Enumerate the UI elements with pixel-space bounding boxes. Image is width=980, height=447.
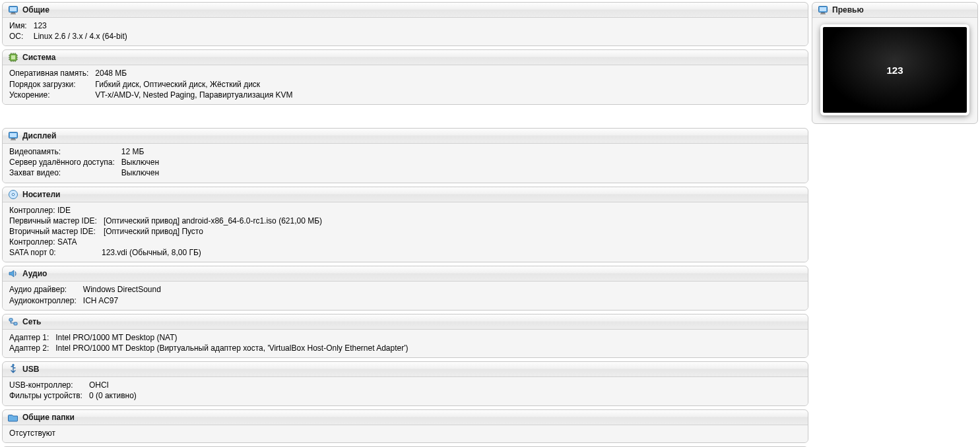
svg-rect-21: [11, 139, 16, 140]
adapter2-value: Intel PRO/1000 MT Desktop (Виртуальный а…: [55, 343, 414, 353]
system-header[interactable]: Система: [3, 50, 808, 65]
accel-value: VT-x/AMD-V, Nested Paging, Паравиртуализ…: [95, 90, 299, 100]
os-label: ОС:: [9, 31, 34, 42]
usb-panel: USB USB-контроллер:OHCI Фильтры устройст…: [2, 361, 808, 405]
usb-ctrl-label: USB-контроллер:: [9, 380, 89, 390]
ide-primary-label: Первичный мастер IDE:: [9, 216, 104, 226]
chip-icon: [8, 52, 18, 63]
ram-value: 2048 МБ: [95, 68, 299, 78]
preview-title: Превью: [832, 5, 864, 15]
preview-column: Превью 123: [812, 2, 978, 447]
sata0-label: SATA порт 0:: [9, 247, 102, 258]
svg-rect-2: [11, 13, 15, 14]
audio-header[interactable]: Аудио: [3, 266, 808, 282]
svg-point-26: [13, 365, 15, 367]
adapter1-label: Адаптер 1:: [9, 332, 55, 343]
videocap-value: Выключен: [121, 167, 166, 178]
general-panel: Общие Имя:123 ОС:Linux 2.6 / 3.x / 4.x (…: [2, 2, 808, 46]
vm-details-layout: Общие Имя:123 ОС:Linux 2.6 / 3.x / 4.x (…: [0, 0, 980, 447]
audio-title: Аудио: [22, 269, 47, 278]
network-panel: Сеть Адаптер 1:Intel PRO/1000 MT Desktop…: [2, 314, 808, 358]
sata0-value: 123.vdi (Обычный, 8,00 ГБ): [102, 247, 208, 258]
disc-icon: [8, 189, 18, 200]
network-icon: [8, 316, 18, 327]
ide-primary-value: [Оптический привод] android-x86_64-6.0-r…: [104, 216, 329, 226]
usb-header[interactable]: USB: [3, 362, 808, 377]
adapter1-value: Intel PRO/1000 MT Desktop (NAT): [55, 332, 414, 343]
usb-filters-label: Фильтры устройств:: [9, 390, 89, 401]
display-title: Дисплей: [22, 131, 56, 140]
usb-ctrl-value: OHCI: [89, 380, 143, 390]
network-title: Сеть: [22, 317, 41, 326]
display-panel: Дисплей Видеопамять:12 МБ Сервер удалённ…: [2, 128, 808, 183]
display-icon: [8, 131, 18, 141]
shared-folders-title: Общие папки: [22, 413, 75, 422]
audio-ctrl-label: Аудиоконтроллер:: [9, 295, 83, 306]
videocap-label: Захват видео:: [9, 167, 121, 178]
monitor-icon: [8, 5, 18, 15]
shared-folders-panel: Общие папки Отсутствуют: [2, 409, 808, 443]
ide-secondary-label: Вторичный мастер IDE:: [9, 226, 104, 237]
vram-label: Видеопамять:: [9, 146, 121, 157]
svg-rect-19: [10, 133, 16, 137]
preview-vm-name: 123: [886, 65, 903, 76]
preview-header[interactable]: Превью: [812, 3, 977, 18]
usb-title: USB: [22, 365, 39, 374]
speaker-icon: [8, 268, 18, 279]
system-title: Система: [22, 53, 56, 62]
shared-folders-value: Отсутствуют: [9, 429, 55, 438]
svg-rect-33: [821, 13, 825, 14]
adapter2-label: Адаптер 2:: [9, 343, 55, 353]
svg-rect-34: [820, 14, 826, 15]
preview-panel: Превью 123: [812, 2, 978, 124]
svg-rect-3: [11, 14, 16, 15]
sata-controller: Контроллер: SATA: [9, 237, 801, 247]
storage-panel: Носители Контроллер: IDE Первичный масте…: [2, 187, 808, 263]
vram-value: 12 МБ: [121, 146, 166, 157]
ide-controller: Контроллер: IDE: [9, 205, 801, 216]
os-value: Linux 2.6 / 3.x / 4.x (64-bit): [34, 31, 134, 42]
folder-icon: [8, 412, 18, 423]
svg-rect-1: [10, 7, 16, 11]
audio-panel: Аудио Аудио драйвер:Windows DirectSound …: [2, 266, 808, 310]
svg-rect-20: [11, 138, 15, 140]
svg-rect-5: [11, 55, 15, 59]
ram-label: Оперативная память:: [9, 68, 95, 78]
svg-rect-24: [9, 318, 13, 321]
rdp-label: Сервер удалённого доступа:: [9, 157, 121, 167]
name-value: 123: [34, 20, 134, 31]
general-header[interactable]: Общие: [3, 3, 808, 18]
rdp-value: Выключен: [121, 157, 166, 167]
general-title: Общие: [22, 5, 49, 15]
svg-point-23: [12, 193, 15, 196]
preview-thumbnail[interactable]: 123: [820, 24, 969, 115]
audio-driver-label: Аудио драйвер:: [9, 284, 83, 295]
svg-rect-32: [820, 7, 826, 11]
system-panel: Система Оперативная память:2048 МБ Поряд…: [2, 49, 808, 105]
usb-filters-value: 0 (0 активно): [89, 390, 143, 401]
preview-monitor-icon: [818, 5, 828, 15]
shared-folders-header[interactable]: Общие папки: [3, 410, 808, 425]
storage-title: Носители: [22, 190, 60, 199]
network-header[interactable]: Сеть: [3, 314, 808, 330]
boot-value: Гибкий диск, Оптический диск, Жёсткий ди…: [95, 79, 299, 90]
audio-driver-value: Windows DirectSound: [83, 284, 168, 295]
svg-rect-25: [14, 322, 17, 325]
name-label: Имя:: [9, 20, 34, 31]
audio-ctrl-value: ICH AC97: [83, 295, 168, 306]
accel-label: Ускорение:: [9, 90, 95, 100]
ide-secondary-value: [Оптический привод] Пусто: [104, 226, 329, 237]
usb-icon: [8, 364, 18, 374]
boot-label: Порядок загрузки:: [9, 79, 95, 90]
storage-header[interactable]: Носители: [3, 187, 808, 202]
details-column: Общие Имя:123 ОС:Linux 2.6 / 3.x / 4.x (…: [2, 2, 808, 447]
display-header[interactable]: Дисплей: [3, 129, 808, 144]
